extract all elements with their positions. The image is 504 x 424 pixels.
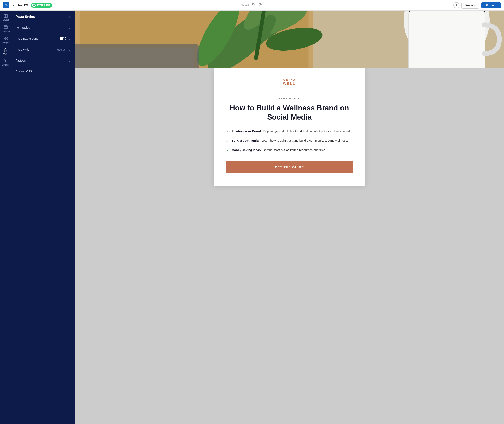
svg-rect-5	[4, 27, 7, 28]
custom-css-row[interactable]: Custom CSS ⌄	[12, 66, 75, 77]
sidebar-item-sections[interactable]: Sections	[1, 24, 11, 34]
checkmark-3: ✓	[226, 148, 229, 154]
svg-rect-9	[4, 39, 6, 40]
page-background-row[interactable]: Page Background ⌄	[12, 33, 75, 44]
sidebar-label-widgets: Widgets	[2, 41, 9, 44]
hero-image	[75, 11, 504, 68]
landing-card: Shine WELL FREE GUIDE How to Build a Wel…	[214, 68, 365, 186]
saved-status: Saved	[241, 4, 249, 7]
styles-panel-header: Page Styles ×	[12, 11, 75, 22]
page-width-row[interactable]: Page Width Medium ⌄	[12, 44, 75, 55]
back-button[interactable]	[12, 3, 16, 8]
checkmark-1: ✓	[226, 129, 229, 135]
page-background-toggle[interactable]	[60, 37, 66, 40]
topbar-center: Saved	[241, 2, 263, 8]
svg-rect-29	[75, 48, 194, 68]
excellent-badge: EXCELLENT	[31, 3, 52, 7]
styles-panel-title: Page Styles	[16, 15, 35, 19]
styles-panel: Page Styles × Font Styles ⌄ Page Backgro…	[12, 11, 75, 424]
undo-button[interactable]	[250, 2, 256, 8]
sidebar-label-layout: Layout	[3, 19, 9, 21]
logo-area: Shine WELL	[226, 79, 353, 91]
icon-sidebar: Layout Sections Widgets Styles Settings	[0, 11, 12, 424]
landing-headline: How to Build a Wellness Brand on Social …	[226, 103, 353, 122]
topbar: test123 EXCELLENT Saved ? Preview Publis…	[0, 0, 504, 11]
svg-rect-3	[6, 16, 7, 18]
custom-css-label: Custom CSS	[16, 70, 32, 73]
font-styles-row[interactable]: Font Styles ⌄	[12, 22, 75, 33]
bullet-text-2: Build a Community: Learn how to gain tru…	[232, 138, 348, 143]
publish-button[interactable]: Publish	[481, 2, 501, 8]
checkmark-2: ✓	[226, 139, 229, 144]
font-styles-right: ⌄	[68, 26, 71, 29]
bullet-item-2: ✓ Build a Community: Learn how to gain t…	[226, 138, 353, 144]
custom-css-chevron: ⌄	[68, 70, 71, 73]
page-width-chevron: ⌄	[68, 48, 71, 51]
bullet-text-1: Position your Brand: Pinpoint your ideal…	[232, 129, 351, 134]
page-width-value: Medium	[57, 48, 66, 51]
custom-css-right: ⌄	[68, 70, 71, 73]
svg-point-11	[5, 61, 6, 62]
font-styles-chevron: ⌄	[68, 26, 71, 29]
favicon-label: Favicon	[16, 59, 25, 62]
favicon-row[interactable]: Favicon ⌄	[12, 55, 75, 66]
redo-button[interactable]	[257, 2, 263, 8]
preview-area[interactable]: Shine WELL FREE GUIDE How to Build a Wel…	[75, 11, 504, 424]
svg-rect-4	[4, 25, 7, 27]
bullet-item-3: ✓ Money-saving Ideas: Get the most out o…	[226, 148, 353, 154]
sidebar-item-settings[interactable]: Settings	[1, 57, 11, 68]
bullet-item-1: ✓ Position your Brand: Pinpoint your ide…	[226, 129, 353, 135]
bullet-text-3: Money-saving Ideas: Get the most out of …	[232, 148, 326, 152]
page-width-label: Page Width	[16, 48, 30, 51]
bullet-list: ✓ Position your Brand: Pinpoint your ide…	[226, 129, 353, 154]
page-background-right: ⌄	[60, 37, 71, 40]
page-width-right: Medium ⌄	[57, 48, 71, 51]
svg-rect-8	[6, 37, 7, 38]
svg-rect-7	[4, 37, 6, 38]
svg-rect-24	[409, 11, 485, 68]
project-name: test123	[18, 3, 29, 7]
page-background-chevron: ⌄	[68, 37, 71, 40]
favicon-chevron: ⌄	[68, 59, 71, 62]
preview-button[interactable]: Preview	[461, 2, 479, 9]
svg-rect-6	[4, 28, 7, 29]
sidebar-item-styles[interactable]: Styles	[1, 46, 11, 56]
topbar-right: ? Preview Publish	[453, 2, 501, 9]
sidebar-label-styles: Styles	[3, 53, 8, 55]
sidebar-item-widgets[interactable]: Widgets	[1, 35, 11, 45]
help-button[interactable]: ?	[453, 2, 460, 8]
close-button[interactable]: ×	[68, 15, 71, 19]
page-background-label: Page Background	[16, 37, 38, 40]
font-styles-label: Font Styles	[16, 26, 30, 29]
app-logo	[3, 2, 9, 9]
favicon-right: ⌄	[68, 59, 71, 62]
svg-rect-1	[4, 14, 6, 18]
main-layout: Layout Sections Widgets Styles Settings …	[0, 11, 504, 424]
svg-rect-2	[6, 14, 7, 16]
cta-button[interactable]: GET THE GUIDE	[226, 161, 353, 173]
svg-rect-10	[6, 39, 7, 40]
sidebar-label-settings: Settings	[2, 64, 9, 66]
sidebar-label-sections: Sections	[2, 30, 10, 32]
logo-text: Shine WELL	[226, 79, 353, 86]
free-guide-label: FREE GUIDE	[226, 97, 353, 100]
sidebar-item-layout[interactable]: Layout	[1, 12, 11, 23]
topbar-left: test123 EXCELLENT	[3, 2, 453, 9]
